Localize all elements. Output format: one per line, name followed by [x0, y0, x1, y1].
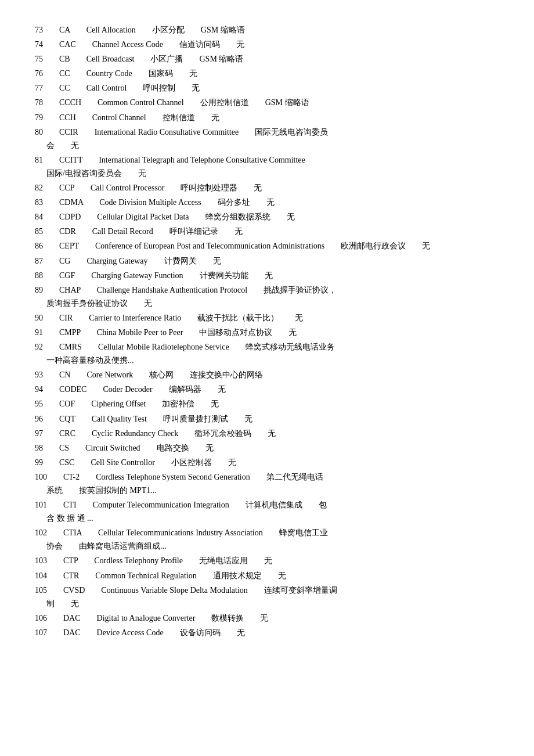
list-item: 105 CVSD Continuous Variable Slope Delta…	[35, 584, 499, 610]
list-item: 107 DAC Device Access Code 设备访问码 无	[35, 626, 499, 639]
entry-main: 79 CCH Control Channel 控制信道 无	[35, 111, 499, 124]
list-item: 97 CRC Cyclic Redundancy Check 循环冗余校验码 无	[35, 427, 499, 440]
entry-main: 104 CTR Common Technical Regulation 通用技术…	[35, 569, 499, 582]
list-item: 76 CC Country Code 国家码 无	[35, 67, 499, 80]
entry-main: 89 CHAP Challenge Handshake Authenticati…	[35, 283, 499, 297]
entry-continuation: 协会 由蜂窝电话运营商组成...	[35, 539, 499, 553]
entry-main: 102 CTIA Cellular Telecommunications Ind…	[35, 526, 499, 539]
main-content: 73 CA Cell Allocation 小区分配 GSM 缩略语74 CAC…	[35, 23, 499, 639]
list-item: 106 DAC Digital to Analogue Converter 数模…	[35, 611, 499, 625]
list-item: 83 CDMA Code Division Multiple Access 码分…	[35, 196, 499, 209]
entry-main: 93 CN Core Network 核心网 连接交换中心的网络	[35, 368, 499, 381]
entry-main: 91 CMPP China Mobile Peer to Peer 中国移动点对…	[35, 326, 499, 339]
entry-main: 73 CA Cell Allocation 小区分配 GSM 缩略语	[35, 23, 499, 37]
entry-continuation: 系统 按英国拟制的 MPT1...	[35, 484, 499, 497]
entry-main: 84 CDPD Cellular Digital Packet Data 蜂窝分…	[35, 210, 499, 224]
entry-main: 105 CVSD Continuous Variable Slope Delta…	[35, 584, 499, 597]
list-item: 103 CTP Cordless Telephony Profile 无绳电话应…	[35, 554, 499, 567]
entry-main: 101 CTI Computer Telecommunication Integ…	[35, 498, 499, 512]
entry-main: 82 CCP Call Control Processor 呼叫控制处理器 无	[35, 181, 499, 195]
entry-main: 106 DAC Digital to Analogue Converter 数模…	[35, 611, 499, 625]
list-item: 98 CS Circuit Switched 电路交换 无	[35, 441, 499, 455]
entry-main: 90 CIR Carrier to Interference Ratio 载波干…	[35, 311, 499, 325]
entry-main: 86 CEPT Conference of European Post and …	[35, 239, 499, 253]
entry-main: 83 CDMA Code Division Multiple Access 码分…	[35, 196, 499, 209]
list-item: 79 CCH Control Channel 控制信道 无	[35, 111, 499, 124]
entry-continuation: 制 无	[35, 597, 499, 610]
list-item: 80 CCIR International Radio Consultative…	[35, 125, 499, 152]
list-item: 99 CSC Cell Site Controllor 小区控制器 无	[35, 456, 499, 469]
entry-main: 85 CDR Call Detail Record 呼叫详细记录 无	[35, 225, 499, 238]
entry-main: 76 CC Country Code 国家码 无	[35, 67, 499, 80]
list-item: 86 CEPT Conference of European Post and …	[35, 239, 499, 253]
entry-main: 96 CQT Call Quality Test 呼叫质量拨打测试 无	[35, 412, 499, 426]
list-item: 95 COF Ciphering Offset 加密补偿 无	[35, 397, 499, 411]
entry-main: 98 CS Circuit Switched 电路交换 无	[35, 441, 499, 455]
entry-main: 87 CG Charging Gateway 计费网关 无	[35, 254, 499, 268]
entry-continuation: 会 无	[35, 139, 499, 152]
list-item: 88 CGF Charging Gateway Function 计费网关功能 …	[35, 269, 499, 282]
list-item: 75 CB Cell Broadcast 小区广播 GSM 缩略语	[35, 52, 499, 66]
list-item: 100 CT-2 Cordless Telephone System Secon…	[35, 470, 499, 497]
entry-main: 94 CODEC Coder Decoder 编解码器 无	[35, 383, 499, 396]
list-item: 81 CCITT International Telegraph and Tel…	[35, 153, 499, 180]
entry-continuation: 国际/电报咨询委员会 无	[35, 167, 499, 180]
list-item: 74 CAC Channel Access Code 信道访问码 无	[35, 38, 499, 51]
list-item: 85 CDR Call Detail Record 呼叫详细记录 无	[35, 225, 499, 238]
entry-main: 99 CSC Cell Site Controllor 小区控制器 无	[35, 456, 499, 469]
list-item: 82 CCP Call Control Processor 呼叫控制处理器 无	[35, 181, 499, 195]
list-item: 89 CHAP Challenge Handshake Authenticati…	[35, 283, 499, 310]
entry-main: 100 CT-2 Cordless Telephone System Secon…	[35, 470, 499, 484]
list-item: 84 CDPD Cellular Digital Packet Data 蜂窝分…	[35, 210, 499, 224]
entry-continuation: 含 数 据 通 ...	[35, 512, 499, 525]
list-item: 92 CMRS Cellular Mobile Radiotelephone S…	[35, 340, 499, 367]
list-item: 91 CMPP China Mobile Peer to Peer 中国移动点对…	[35, 326, 499, 339]
entry-main: 88 CGF Charging Gateway Function 计费网关功能 …	[35, 269, 499, 282]
list-item: 93 CN Core Network 核心网 连接交换中心的网络	[35, 368, 499, 381]
entry-main: 75 CB Cell Broadcast 小区广播 GSM 缩略语	[35, 52, 499, 66]
entry-main: 107 DAC Device Access Code 设备访问码 无	[35, 626, 499, 639]
list-item: 102 CTIA Cellular Telecommunications Ind…	[35, 526, 499, 553]
entry-continuation: 一种高容量移动及便携...	[35, 354, 499, 367]
entry-continuation: 质询握手身份验证协议 无	[35, 297, 499, 310]
entry-main: 103 CTP Cordless Telephony Profile 无绳电话应…	[35, 554, 499, 567]
list-item: 94 CODEC Coder Decoder 编解码器 无	[35, 383, 499, 396]
list-item: 104 CTR Common Technical Regulation 通用技术…	[35, 569, 499, 582]
list-item: 77 CC Call Control 呼叫控制 无	[35, 81, 499, 95]
list-item: 73 CA Cell Allocation 小区分配 GSM 缩略语	[35, 23, 499, 37]
list-item: 78 CCCH Common Control Channel 公用控制信道 GS…	[35, 96, 499, 109]
entry-main: 78 CCCH Common Control Channel 公用控制信道 GS…	[35, 96, 499, 109]
list-item: 90 CIR Carrier to Interference Ratio 载波干…	[35, 311, 499, 325]
entry-main: 97 CRC Cyclic Redundancy Check 循环冗余校验码 无	[35, 427, 499, 440]
list-item: 96 CQT Call Quality Test 呼叫质量拨打测试 无	[35, 412, 499, 426]
list-item: 87 CG Charging Gateway 计费网关 无	[35, 254, 499, 268]
entry-main: 81 CCITT International Telegraph and Tel…	[35, 153, 499, 167]
entry-main: 95 COF Ciphering Offset 加密补偿 无	[35, 397, 499, 411]
entry-main: 74 CAC Channel Access Code 信道访问码 无	[35, 38, 499, 51]
entry-main: 80 CCIR International Radio Consultative…	[35, 125, 499, 139]
entry-main: 92 CMRS Cellular Mobile Radiotelephone S…	[35, 340, 499, 354]
entry-main: 77 CC Call Control 呼叫控制 无	[35, 81, 499, 95]
list-item: 101 CTI Computer Telecommunication Integ…	[35, 498, 499, 525]
